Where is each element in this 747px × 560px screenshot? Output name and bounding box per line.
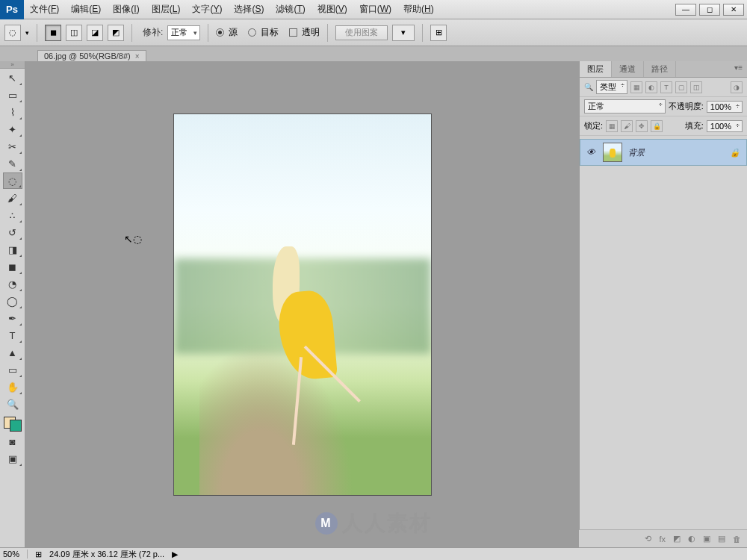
fill-label: 填充: — [685, 120, 704, 131]
link-layers-icon[interactable]: ⟲ — [645, 534, 651, 544]
layer-thumbnail[interactable] — [603, 143, 622, 162]
trash-icon[interactable]: 🗑 — [733, 535, 741, 544]
filter-shape-icon[interactable]: ▢ — [675, 81, 687, 93]
shape-tool[interactable]: ▭ — [3, 361, 22, 378]
document-tab-bar: 06.jpg @ 50%(RGB/8#) × — [0, 46, 747, 61]
marquee-tool[interactable]: ▭ — [3, 87, 22, 103]
filter-pixel-icon[interactable]: ▦ — [630, 81, 642, 93]
quickmask-tool[interactable]: ◙ — [3, 433, 22, 449]
panel-menu-icon[interactable]: ▾≡ — [730, 61, 747, 77]
menu-view[interactable]: 视图(V) — [311, 3, 353, 16]
menu-type[interactable]: 文字(Y) — [186, 3, 228, 16]
diffusion-icon[interactable]: ⊞ — [430, 25, 447, 41]
restore-button[interactable]: ◻ — [699, 4, 720, 16]
menu-file[interactable]: 文件(F) — [24, 3, 65, 16]
filter-adjust-icon[interactable]: ◐ — [645, 81, 657, 93]
hand-tool[interactable]: ✋ — [3, 379, 22, 395]
lock-label: 锁定: — [584, 120, 603, 131]
blend-mode-select[interactable]: 正常 — [584, 99, 666, 113]
blur-tool[interactable]: ◔ — [3, 276, 22, 292]
eraser-tool[interactable]: ◨ — [3, 241, 22, 258]
move-tool[interactable]: ↖ — [3, 69, 22, 86]
lock-move-icon[interactable]: ✥ — [636, 120, 648, 132]
tab-title: 06.jpg @ 50%(RGB/8#) — [44, 52, 131, 60]
background-color[interactable] — [10, 420, 22, 432]
sel-intersect-icon[interactable]: ◩ — [108, 25, 124, 41]
status-bar: 50% ⊞ 24.09 厘米 x 36.12 厘米 (72 p... ▶ — [0, 547, 747, 560]
sel-sub-icon[interactable]: ◪ — [87, 25, 103, 41]
filter-toggle[interactable]: ◑ — [731, 81, 743, 93]
fx-icon[interactable]: fx — [659, 535, 666, 544]
menu-help[interactable]: 帮助(H) — [397, 3, 440, 16]
pattern-swatch[interactable]: ▾ — [392, 25, 415, 41]
zoom-tool[interactable]: 🔍 — [3, 396, 22, 412]
lock-paint-icon[interactable]: 🖌 — [621, 120, 633, 132]
sel-new-icon[interactable]: ◼ — [45, 25, 61, 41]
document-canvas[interactable] — [174, 114, 431, 495]
new-layer-icon[interactable]: ▤ — [718, 534, 725, 544]
lock-trans-icon[interactable]: ▦ — [606, 120, 618, 132]
group-icon[interactable]: ▣ — [703, 534, 710, 544]
zoom-level[interactable]: 50% — [3, 550, 28, 559]
transparent-checkbox[interactable] — [289, 28, 297, 37]
toolbox-grip[interactable]: » — [0, 61, 25, 69]
minimize-button[interactable]: — — [675, 4, 696, 16]
layers-list: 👁 背景 🔒 — [580, 136, 747, 169]
sel-add-icon[interactable]: ◫ — [66, 25, 82, 41]
opacity-value[interactable]: 100% — [707, 101, 743, 113]
layer-filter-row: 🔍 类型 ▦ ◐ T ▢ ◫ ◑ — [580, 78, 747, 97]
tab-channels[interactable]: 通道 — [612, 61, 644, 77]
menu-window[interactable]: 窗口(W) — [353, 3, 397, 16]
menu-layer[interactable]: 图层(L) — [146, 3, 187, 16]
source-radio[interactable] — [216, 28, 224, 37]
mask-icon[interactable]: ◩ — [673, 534, 681, 544]
toolbox: » ↖ ▭ ⌇ ✦ ✂ ✎ ◌ 🖌 ⛬ ↺ ◨ ◼ ◔ ◯ ✒ T ▲ ▭ ✋ … — [0, 61, 25, 547]
lasso-tool[interactable]: ⌇ — [3, 104, 22, 120]
crop-tool[interactable]: ✂ — [3, 138, 22, 155]
patch-tool[interactable]: ◌ — [3, 172, 22, 189]
target-radio[interactable] — [248, 28, 256, 37]
fill-value[interactable]: 100% — [707, 120, 743, 132]
type-tool[interactable]: T — [3, 327, 22, 343]
document-tab[interactable]: 06.jpg @ 50%(RGB/8#) × — [37, 50, 146, 61]
visibility-toggle-icon[interactable]: 👁 — [586, 147, 597, 158]
source-label: 源 — [229, 26, 238, 39]
expand-icon[interactable]: ⊞ — [35, 550, 42, 559]
stamp-tool[interactable]: ⛬ — [3, 207, 22, 223]
eyedropper-tool[interactable]: ✎ — [3, 155, 22, 172]
lock-all-icon[interactable]: 🔒 — [651, 120, 663, 132]
close-tab-icon[interactable]: × — [135, 52, 140, 60]
pen-tool[interactable]: ✒ — [3, 310, 22, 326]
canvas-viewport[interactable]: ↖◌ — [25, 61, 579, 547]
menu-image[interactable]: 图像(I) — [107, 3, 145, 16]
layer-filter-kind[interactable]: 类型 — [596, 80, 627, 94]
color-swatches[interactable] — [4, 417, 22, 432]
chevron-down-icon[interactable]: ▾ — [25, 29, 29, 37]
status-arrow-icon[interactable]: ▶ — [172, 550, 178, 559]
patch-tool-icon[interactable]: ◌ — [4, 25, 21, 41]
adjust-layer-icon[interactable]: ◐ — [688, 534, 695, 544]
use-pattern-button[interactable]: 使用图案 — [335, 25, 388, 40]
menu-bar: Ps 文件(F) 编辑(E) 图像(I) 图层(L) 文字(Y) 选择(S) 滤… — [0, 0, 747, 19]
layer-row-background[interactable]: 👁 背景 🔒 — [580, 139, 747, 166]
opacity-label: 不透明度: — [669, 101, 704, 112]
wand-tool[interactable]: ✦ — [3, 121, 22, 137]
screenmode-tool[interactable]: ▣ — [3, 450, 22, 467]
patch-mode-select[interactable]: 正常 — [167, 25, 200, 40]
menu-select[interactable]: 选择(S) — [228, 3, 270, 16]
filter-smart-icon[interactable]: ◫ — [690, 81, 702, 93]
patch-label: 修补: — [143, 26, 163, 39]
dodge-tool[interactable]: ◯ — [3, 293, 22, 309]
gradient-tool[interactable]: ◼ — [3, 258, 22, 275]
close-button[interactable]: ✕ — [723, 4, 744, 16]
history-brush-tool[interactable]: ↺ — [3, 224, 22, 240]
path-select-tool[interactable]: ▲ — [3, 344, 22, 361]
separator — [131, 24, 132, 42]
brush-tool[interactable]: 🖌 — [3, 190, 22, 206]
filter-type-icon[interactable]: T — [660, 81, 672, 93]
menu-edit[interactable]: 编辑(E) — [65, 3, 107, 16]
tab-paths[interactable]: 路径 — [644, 61, 676, 77]
menu-filter[interactable]: 滤镜(T) — [270, 3, 311, 16]
panel-tabs: 图层 通道 路径 ▾≡ — [580, 61, 747, 78]
tab-layers[interactable]: 图层 — [580, 61, 612, 77]
